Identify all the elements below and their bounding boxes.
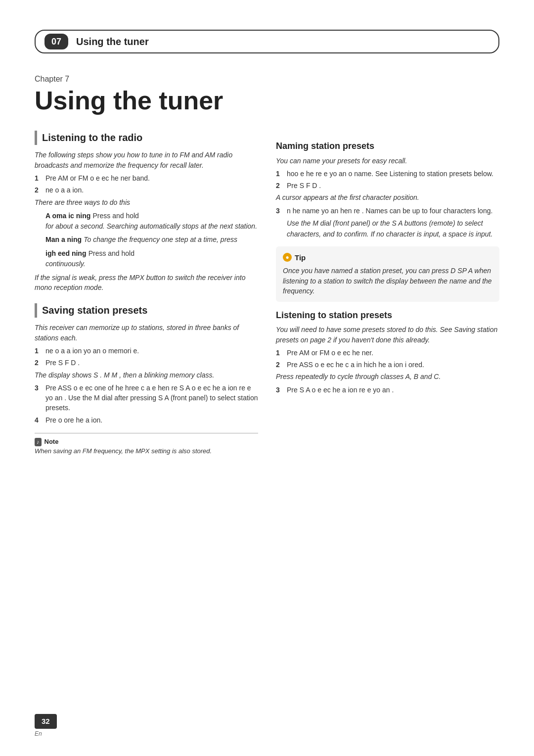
tip-icon: ●	[283, 253, 292, 262]
note-label-text: Note	[44, 437, 59, 447]
lp-step2-italic: Press repeatedly to cycle through classe…	[276, 372, 499, 381]
substep-high-text: Press and hold	[89, 249, 134, 257]
saving-intro: This receiver can memorize up to station…	[35, 323, 258, 343]
substep-manual-text: To change the frequency one step at a ti…	[84, 236, 237, 243]
header-chapter-num: 07	[44, 34, 68, 49]
left-column: Listening to the radio The following ste…	[35, 131, 258, 456]
naming-step2: 2 Pre S F D .	[276, 181, 499, 190]
naming-step-content-3: n he name yo an hen re . Names can be up…	[287, 206, 499, 216]
lp-step-content-3: Pre S A o e ec he a ion re e yo an .	[287, 385, 499, 395]
substep-manual-label: Man a ning	[45, 236, 82, 243]
substep-manual: Man a ning To change the frequency one s…	[45, 234, 258, 245]
saving-step1: 1 ne o a a ion yo an o memori e.	[35, 346, 258, 356]
substep-high-label: igh eed ning	[45, 249, 86, 257]
page: 07 Using the tuner Chapter 7 Using the t…	[0, 0, 534, 756]
naming-step-content-2: Pre S F D .	[287, 181, 499, 190]
naming-step1: 1 hoo e he re e yo an o name. See Listen…	[276, 169, 499, 179]
lp-step-content-1: Pre AM or FM o e ec he ner.	[287, 348, 499, 358]
saving-step-num-1: 1	[35, 346, 42, 356]
chapter-main-title: Using the tuner	[35, 87, 499, 115]
step-1a: 1 Pre AM or FM o e ec he ner band.	[35, 173, 258, 183]
naming-step-content-1: hoo e he re e yo an o name. See Listenin…	[287, 169, 499, 179]
saving-step3: 3 Pre ASS o e ec one of he hree c a e he…	[35, 383, 258, 413]
page-number: 32	[35, 714, 57, 729]
listening-presets-heading: Listening to station presets	[276, 309, 499, 322]
substep-automatic: A oma ic ning Press and hold for about a…	[45, 210, 258, 231]
naming-step3: 3 n he name yo an hen re . Names can be …	[276, 206, 499, 216]
header-chapter-title: Using the tuner	[76, 35, 149, 49]
step-2a: 2 ne o a a ion.	[35, 185, 258, 195]
two-col-layout: Listening to the radio The following ste…	[35, 131, 499, 456]
page-footer: 32 En	[35, 714, 57, 738]
section-saving-presets-heading: Saving station presets	[35, 303, 258, 318]
naming-step-num-3: 3	[276, 206, 283, 216]
tip-label: ● Tip	[283, 252, 492, 263]
note-text: When saving an FM frequency, the MPX set…	[35, 447, 258, 456]
lp-step-num-3: 3	[276, 385, 283, 395]
substep-high-italic: continuously.	[45, 259, 258, 269]
naming-intro: You can name your presets for easy recal…	[276, 156, 499, 166]
substep-highspeed: igh eed ning Press and hold continuously…	[45, 248, 258, 269]
right-column: Naming station presets You can name your…	[276, 131, 499, 456]
tip-box: ● Tip Once you have named a station pres…	[276, 246, 499, 302]
tip-text: Once you have named a station preset, yo…	[283, 266, 492, 296]
substep-auto-label: A oma ic ning	[45, 212, 90, 220]
header-bar: 07 Using the tuner	[35, 30, 499, 53]
naming-step-num-2: 2	[276, 181, 283, 190]
note-label: ♪ Note	[35, 437, 258, 447]
listening-presets-step2: 2 Pre ASS o e ec he c a in hich he a ion…	[276, 360, 499, 370]
step2a-italic: There are three ways to do this	[35, 197, 258, 207]
lp-step-content-2: Pre ASS o e ec he c a in hich he a ion i…	[287, 360, 499, 370]
listening-presets-intro: You will need to have some presets store…	[276, 325, 499, 345]
saving-step4: 4 Pre o ore he a ion.	[35, 415, 258, 425]
saving-step-num-3: 3	[35, 383, 42, 413]
naming-indent-text: Use the M dial (front panel) or the S A …	[287, 218, 499, 239]
naming-presets-heading: Naming station presets	[276, 140, 499, 152]
naming-step-num-1: 1	[276, 169, 283, 179]
tip-label-text: Tip	[295, 252, 306, 263]
step-num-1a: 1	[35, 173, 42, 183]
listening-intro: The following steps show you how to tune…	[35, 150, 258, 170]
saving-step-content-2: Pre S F D .	[45, 358, 258, 368]
step-content-1a: Pre AM or FM o e ec he ner band.	[45, 173, 258, 183]
naming-step2-italic: A cursor appears at the first character …	[276, 192, 499, 202]
saving-step2: 2 Pre S F D .	[35, 358, 258, 368]
listening-presets-step3: 3 Pre S A o e ec he a ion re e yo an .	[276, 385, 499, 395]
chapter-label: Chapter 7	[35, 73, 499, 85]
saving-step2-italic: The display shows S . M M , then a blink…	[35, 370, 258, 380]
saving-step-content-4: Pre o ore he a ion.	[45, 415, 258, 425]
listening-presets-step1: 1 Pre AM or FM o e ec he ner.	[276, 348, 499, 358]
step-content-2a: ne o a a ion.	[45, 185, 258, 195]
substep-auto-italic: for about a second. Searching automatica…	[45, 221, 258, 231]
saving-step-num-4: 4	[35, 415, 42, 425]
lp-step-num-2: 2	[276, 360, 283, 370]
saving-step-content-3: Pre ASS o e ec one of he hree c a e hen …	[45, 383, 258, 413]
note-icon: ♪	[35, 438, 42, 447]
substep-auto-text: Press and hold	[92, 212, 138, 220]
saving-step-num-2: 2	[35, 358, 42, 368]
note-box: ♪ Note When saving an FM frequency, the …	[35, 433, 258, 456]
naming-indent-content: Use the M dial (front panel) or the S A …	[287, 219, 492, 238]
lp-step-num-1: 1	[276, 348, 283, 358]
weak-signal-note: If the signal is weak, press the MPX but…	[35, 273, 258, 293]
saving-step-content-1: ne o a a ion yo an o memori e.	[45, 346, 258, 356]
page-lang: En	[35, 730, 57, 738]
section-listening-radio-heading: Listening to the radio	[35, 131, 258, 145]
step-num-2a: 2	[35, 185, 42, 195]
